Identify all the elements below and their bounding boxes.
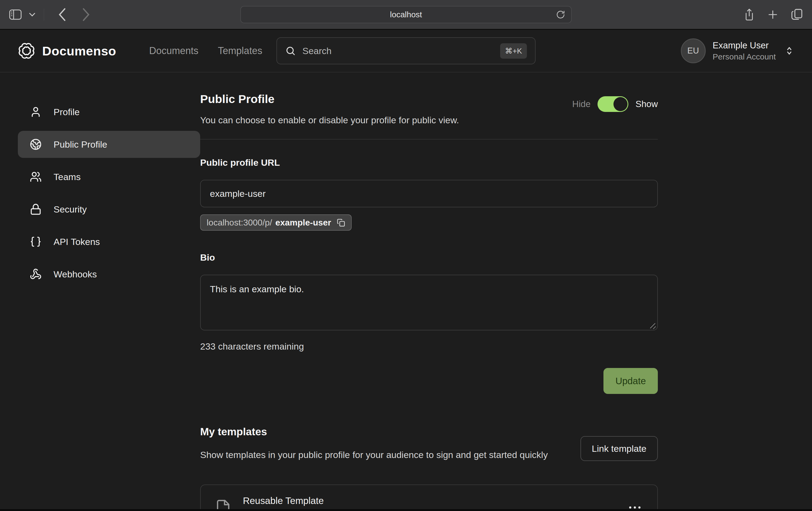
toggle-hide-label: Hide	[572, 99, 591, 109]
reload-icon[interactable]	[556, 10, 565, 19]
webhook-icon	[30, 268, 42, 280]
bio-label: Bio	[200, 252, 658, 263]
my-templates-description: Show templates in your public profile fo…	[200, 448, 548, 462]
search-shortcut-badge: ⌘+K	[500, 43, 527, 59]
sidebar-item-security[interactable]: Security	[18, 196, 200, 223]
nav-documents[interactable]: Documents	[149, 45, 199, 57]
page-title: Public Profile	[200, 92, 459, 106]
app-header: Documenso Documents Templates ⌘+K EU Exa…	[0, 30, 812, 72]
sidebar-item-public-profile[interactable]: Public Profile	[18, 131, 200, 158]
documenso-logo-icon	[18, 42, 35, 59]
template-card[interactable]: Reusable Template This is a reusable tem…	[200, 484, 658, 511]
nav-templates[interactable]: Templates	[218, 45, 262, 57]
copy-icon	[337, 218, 345, 227]
address-bar[interactable]: localhost	[240, 6, 572, 23]
sidebar-item-label: Webhooks	[54, 269, 97, 279]
page-subtitle: You can choose to enable or disable your…	[200, 115, 459, 125]
user-account-type: Personal Account	[713, 51, 776, 62]
toggle-knob	[613, 97, 628, 111]
sidebar-item-api-tokens[interactable]: API Tokens	[18, 228, 200, 255]
sidebar-item-webhooks[interactable]: Webhooks	[18, 261, 200, 288]
divider	[44, 9, 44, 21]
profile-url-copy-chip[interactable]: localhost:3000/p/ example-user	[200, 214, 352, 231]
user-name: Example User	[713, 40, 776, 51]
brand[interactable]: Documenso	[18, 42, 116, 59]
sidebar-item-label: Profile	[54, 107, 80, 117]
sidebar-item-label: Teams	[54, 172, 81, 182]
profile-url-prefix: localhost:3000/p/	[207, 218, 272, 228]
top-nav: Documents Templates	[149, 45, 262, 57]
sidebar-toggle-icon[interactable]	[9, 9, 22, 20]
user-icon	[30, 106, 42, 118]
new-tab-icon[interactable]	[767, 9, 779, 20]
share-icon[interactable]	[744, 8, 755, 21]
sidebar-item-teams[interactable]: Teams	[18, 163, 200, 190]
browser-chrome: localhost	[0, 0, 812, 30]
lock-icon	[30, 203, 42, 215]
search-icon	[285, 46, 296, 56]
profile-visibility-toggle[interactable]	[598, 96, 628, 112]
divider	[200, 139, 658, 140]
my-templates-title: My templates	[200, 426, 548, 438]
globe-icon	[30, 139, 42, 150]
settings-sidebar: Profile Public Profile Teams Security AP…	[0, 72, 200, 293]
main-content: Public Profile You can choose to enable …	[200, 72, 658, 511]
search-input[interactable]	[302, 46, 494, 56]
address-url: localhost	[390, 10, 422, 19]
sidebar-item-label: API Tokens	[54, 237, 100, 247]
characters-remaining: 233 characters remaining	[200, 341, 658, 352]
forward-icon[interactable]	[81, 7, 91, 22]
sidebar-item-label: Public Profile	[54, 139, 107, 150]
bio-textarea[interactable]: This is an example bio.	[200, 275, 658, 330]
braces-icon	[30, 236, 42, 248]
profile-url-label: Public profile URL	[200, 157, 658, 168]
profile-url-input[interactable]	[200, 180, 658, 207]
chevrons-up-down-icon	[784, 46, 794, 56]
sidebar-item-profile[interactable]: Profile	[18, 98, 200, 125]
update-button[interactable]: Update	[604, 368, 658, 394]
link-template-button[interactable]: Link template	[580, 436, 658, 461]
brand-name: Documenso	[42, 43, 116, 58]
profile-url-slug: example-user	[276, 218, 331, 228]
back-icon[interactable]	[58, 7, 67, 22]
search-box[interactable]: ⌘+K	[277, 37, 535, 64]
screen-bottom-edge	[0, 509, 812, 511]
sidebar-item-label: Security	[54, 204, 87, 215]
avatar: EU	[681, 38, 706, 63]
toggle-show-label: Show	[635, 99, 658, 109]
template-name: Reusable Template	[243, 495, 462, 506]
user-menu[interactable]: EU Example User Personal Account	[681, 38, 794, 63]
chevron-down-icon[interactable]	[29, 12, 35, 17]
users-icon	[30, 171, 42, 183]
tab-overview-icon[interactable]	[791, 8, 803, 21]
